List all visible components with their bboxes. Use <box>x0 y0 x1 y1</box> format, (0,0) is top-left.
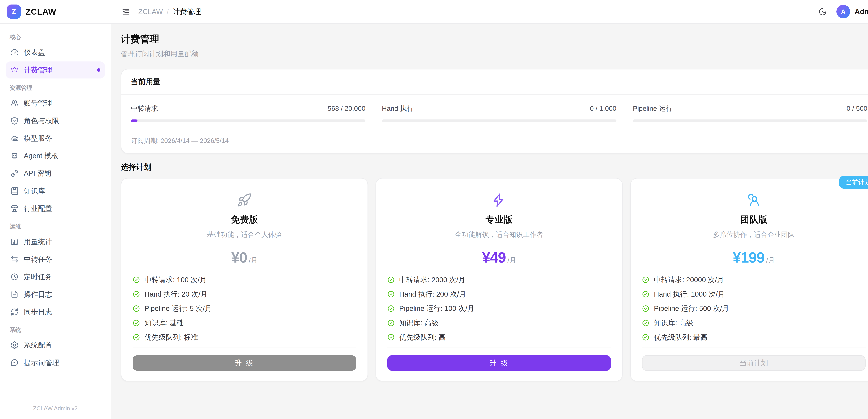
feature-item: 知识库: 基础 <box>133 318 356 328</box>
crown-icon <box>10 66 19 74</box>
feature-item: Pipeline 运行: 5 次/月 <box>133 304 356 313</box>
sidebar-item-relay-tasks[interactable]: 中转任务 <box>6 251 105 268</box>
price-amount: ¥199 <box>733 249 764 266</box>
sidebar-item-knowledge-base[interactable]: 知识库 <box>6 182 105 200</box>
upgrade-button-free[interactable]: 升 级 <box>133 355 356 370</box>
sidebar-item-label: 行业配置 <box>24 204 52 213</box>
feature-list: 中转请求: 100 次/月 Hand 执行: 20 次/月 Pipeline 运… <box>133 275 356 347</box>
sidebar-item-prompt-management[interactable]: 提示词管理 <box>6 354 105 371</box>
sidebar-item-usage-stats[interactable]: 用量统计 <box>6 233 105 250</box>
plan-card-pro: 专业版 全功能解锁，适合知识工作者 ¥49/月 中转请求: 2000 次/月 H… <box>375 178 623 381</box>
sidebar-item-sync-logs[interactable]: 同步日志 <box>6 303 105 321</box>
upgrade-button-pro[interactable]: 升 级 <box>387 355 611 370</box>
usage-meter-relay-requests: 中转请求 568 / 20,000 <box>131 104 365 122</box>
usage-meter-hand-executions: Hand 执行 0 / 1,000 <box>382 104 616 122</box>
check-circle-icon <box>387 291 395 298</box>
sidebar-item-label: 中转任务 <box>24 255 52 264</box>
clock-icon <box>10 273 19 281</box>
feature-item: Hand 执行: 20 次/月 <box>133 290 356 299</box>
team-users-icon <box>642 193 866 208</box>
sidebar-item-models[interactable]: 模型服务 <box>6 130 105 147</box>
sidebar-item-label: Agent 模板 <box>24 151 59 160</box>
sidebar-item-label: 计费管理 <box>24 65 52 75</box>
sidebar-item-label: 知识库 <box>24 186 45 196</box>
breadcrumb-current-page: 计费管理 <box>173 7 201 17</box>
feature-item: 知识库: 高级 <box>642 318 866 328</box>
meter-label: 中转请求 <box>131 104 158 113</box>
price-period: /月 <box>249 257 257 264</box>
current-plan-button: 当前计划 <box>642 355 866 370</box>
nav-section-resources: 资源管理 <box>6 79 105 95</box>
divider <box>133 347 356 348</box>
sidebar-item-accounts[interactable]: 账号管理 <box>6 95 105 112</box>
feature-item: 中转请求: 2000 次/月 <box>387 275 611 285</box>
plan-price: ¥49/月 <box>387 249 611 266</box>
plan-card-team: 当前计划 团队版 多席位协作，适合企业团队 ¥199/月 中转请求: 20000… <box>630 178 868 381</box>
sidebar-item-dashboard[interactable]: 仪表盘 <box>6 44 105 61</box>
sidebar-item-label: API 密钥 <box>24 169 51 178</box>
feature-list: 中转请求: 2000 次/月 Hand 执行: 200 次/月 Pipeline… <box>387 275 611 347</box>
plug-icon <box>10 169 19 178</box>
feature-item: 中转请求: 100 次/月 <box>133 275 356 285</box>
moon-icon <box>818 7 827 16</box>
zap-icon <box>387 193 611 208</box>
top-bar: ZCLAW / 计费管理 A Admin <box>111 0 868 24</box>
check-circle-icon <box>387 334 395 341</box>
sidebar-footer-version: ZCLAW Admin v2 <box>0 399 111 419</box>
users-icon <box>10 99 19 108</box>
plan-price: ¥199/月 <box>642 249 866 266</box>
avatar: A <box>836 5 850 19</box>
book-icon <box>10 187 19 196</box>
price-amount: ¥49 <box>482 249 506 266</box>
check-circle-icon <box>133 276 140 283</box>
current-plan-badge: 当前计划 <box>839 176 868 189</box>
check-circle-icon <box>133 291 140 298</box>
nav-section-core: 核心 <box>6 28 105 44</box>
gauge-icon <box>10 48 19 57</box>
sidebar-item-label: 同步日志 <box>24 307 52 317</box>
progress-bar-track <box>633 119 867 122</box>
sidebar-item-label: 仪表盘 <box>24 48 45 57</box>
sidebar-item-industry-config[interactable]: 行业配置 <box>6 200 105 217</box>
user-name: Admin <box>855 7 868 16</box>
brand-logo: Z ZCLAW <box>0 0 111 24</box>
collapse-sidebar-button[interactable] <box>120 6 131 17</box>
sidebar-item-agent-templates[interactable]: Agent 模板 <box>6 147 105 164</box>
user-menu[interactable]: A Admin <box>836 5 868 19</box>
check-circle-icon <box>642 305 649 312</box>
price-period: /月 <box>507 257 516 264</box>
sidebar-item-label: 账号管理 <box>24 98 52 108</box>
plan-name: 专业版 <box>387 214 611 226</box>
breadcrumb-root-link[interactable]: ZCLAW <box>138 8 163 16</box>
sidebar-item-label: 用量统计 <box>24 237 52 246</box>
check-circle-icon <box>642 276 649 283</box>
sidebar-item-scheduled-tasks[interactable]: 定时任务 <box>6 268 105 286</box>
swap-arrows-icon <box>10 255 19 264</box>
sidebar-item-api-keys[interactable]: API 密钥 <box>6 165 105 182</box>
brand-logo-mark: Z <box>7 4 21 19</box>
active-indicator-dot <box>97 68 100 72</box>
sidebar-item-billing[interactable]: 计费管理 <box>6 61 105 79</box>
plan-cards: 免费版 基础功能，适合个人体验 ¥0/月 中转请求: 100 次/月 Hand … <box>121 178 868 381</box>
bar-chart-icon <box>10 238 19 246</box>
sidebar-item-label: 提示词管理 <box>24 358 59 368</box>
plan-description: 基础功能，适合个人体验 <box>133 230 356 239</box>
sidebar-item-label: 定时任务 <box>24 272 52 282</box>
check-circle-icon <box>642 334 649 341</box>
feature-list: 中转请求: 20000 次/月 Hand 执行: 1000 次/月 Pipeli… <box>642 275 866 347</box>
meter-label: Pipeline 运行 <box>633 104 673 113</box>
app-window: Z ZCLAW 核心 仪表盘 计费管理 资源管理 账号管理 角色与权限 <box>0 0 868 419</box>
sidebar-item-label: 操作日志 <box>24 290 52 299</box>
sidebar-item-label: 角色与权限 <box>24 116 59 125</box>
meter-label: Hand 执行 <box>382 104 414 113</box>
feature-item: Hand 执行: 1000 次/月 <box>642 290 866 299</box>
feature-item: 知识库: 高级 <box>387 318 611 328</box>
sidebar-item-operation-logs[interactable]: 操作日志 <box>6 286 105 303</box>
meter-value: 0 / 500 <box>846 105 867 112</box>
divider <box>387 347 611 348</box>
dark-mode-toggle[interactable] <box>817 6 828 17</box>
feature-item: 优先级队列: 标准 <box>133 332 356 342</box>
sidebar-item-roles[interactable]: 角色与权限 <box>6 112 105 129</box>
sidebar-item-system-config[interactable]: 系统配置 <box>6 337 105 354</box>
feature-item: 优先级队列: 高 <box>387 332 611 342</box>
